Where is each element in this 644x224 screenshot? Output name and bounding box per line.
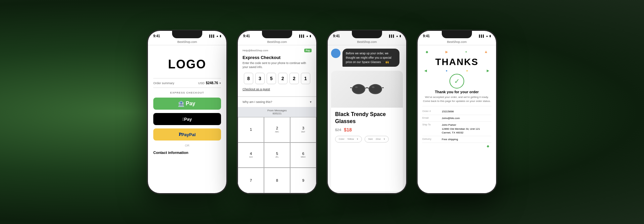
svg-point-3 xyxy=(370,86,381,93)
deco-triangle-1: ▶ xyxy=(445,50,448,54)
code-digit-3[interactable]: 5 xyxy=(267,73,276,84)
code-digit-6[interactable]: 1 xyxy=(301,73,310,84)
svg-point-6 xyxy=(355,87,358,88)
order-currency: USD xyxy=(198,81,205,85)
keyboard-area: From Messages 835221 1 2ABC 3DEF 4GHI 5J… xyxy=(238,107,316,193)
guest-link[interactable]: Checkout as a guest xyxy=(243,88,312,91)
ship-row: Ship To John Parker 12890 Old Meridian S… xyxy=(422,122,491,136)
deco-triangle-2: ▲ xyxy=(484,49,488,54)
size-label: Size xyxy=(368,138,373,140)
ship-label: Ship To xyxy=(422,123,438,134)
svg-point-1 xyxy=(353,86,364,93)
notch-3 xyxy=(352,31,382,38)
chevron-down-icon: ▾ xyxy=(219,81,221,85)
gpay-logo-small: Pay xyxy=(304,49,312,52)
keyboard-row-3: 7 8 9 xyxy=(238,168,316,193)
phone-4-thanks: 9:41 ▌▌▌ ▲ ▮ BestShop.com ◆ ▶ ● ▲ xyxy=(417,30,497,194)
code-digit-5[interactable]: 2 xyxy=(289,73,299,84)
why-label: Why am I seeing this? xyxy=(243,100,272,104)
from-messages: From Messages 835221 xyxy=(238,107,316,117)
phone-2-express: 9:41 ▌▌▌ ▲ ▮ BestShop.com Help@BestShop.… xyxy=(237,30,317,194)
deco-dot-2: ● xyxy=(466,69,468,72)
size-select[interactable]: Size 22oz ▾ xyxy=(365,136,389,143)
key-1[interactable]: 1 xyxy=(238,117,264,143)
key-4[interactable]: 4GHI xyxy=(238,143,264,168)
keyboard-row-2: 4GHI 5JKL 6MNO xyxy=(238,143,316,168)
express-checkout-label: EXPRESS CHECKOUT xyxy=(153,91,221,94)
chat-bubble: Before we wrap up your order, we thought… xyxy=(342,49,399,67)
deco-diamond-1: ◆ xyxy=(426,50,428,54)
battery-icon-4: ▮ xyxy=(489,35,491,38)
key-5[interactable]: 5JKL xyxy=(264,143,290,168)
key-6[interactable]: 6MNO xyxy=(290,143,316,168)
wifi-icon-2: ▲ xyxy=(306,35,309,38)
thank-you-text: We've accepted your order, and we're get… xyxy=(422,95,491,103)
options-row: Color Yellow ▾ Size 22oz ▾ xyxy=(335,136,399,143)
battery-icon-1: ▮ xyxy=(220,35,221,38)
status-icons-1: ▌▌▌ ▲ ▮ xyxy=(209,35,221,38)
price-row: $24 $18 xyxy=(335,127,399,132)
status-icons-2: ▌▌▌ ▲ ▮ xyxy=(299,35,311,38)
signal-icon-2: ▌▌▌ xyxy=(299,35,305,38)
product-info: Black Trendy Space Glasses $24 $18 Color… xyxy=(331,108,403,146)
applepay-button[interactable]:  Pay xyxy=(153,113,221,125)
thank-you-heading: Thank you for your order xyxy=(422,90,491,94)
order-amount: $248.76 xyxy=(206,81,218,85)
color-value: Yellow xyxy=(347,138,354,140)
applepay-label: Pay xyxy=(184,117,192,122)
color-select[interactable]: Color Yellow ▾ xyxy=(335,136,362,143)
battery-icon-2: ▮ xyxy=(310,35,311,38)
deco-triangle-4: ▶ xyxy=(487,69,489,72)
gpay-button[interactable]: 🏦 Pay xyxy=(153,98,221,110)
check-circle: ✓ xyxy=(449,74,464,89)
thanks-title: THANKS xyxy=(422,57,491,67)
signal-icon-3: ▌▌▌ xyxy=(389,35,395,38)
key-9[interactable]: 9 xyxy=(290,168,316,193)
delivery-value: Free shipping xyxy=(442,137,458,141)
order-details: Order # 15215898 Email John@Me.com Ship … xyxy=(422,106,491,143)
status-time-4: 9:41 xyxy=(423,34,430,38)
key-8[interactable]: 8 xyxy=(264,168,290,193)
express-title: Express Checkout xyxy=(243,55,312,60)
address-bar-3: BestShop.com xyxy=(328,40,406,45)
decorative-bottom: ◆ xyxy=(422,143,491,149)
product-image xyxy=(331,71,403,108)
why-seeing[interactable]: Why am I seeing this? ▾ xyxy=(238,97,316,107)
address-bar-4: BestShop.com xyxy=(418,40,496,45)
status-time-3: 9:41 xyxy=(333,34,340,38)
paypal-button[interactable]: 𝐏 PayPal xyxy=(153,128,221,141)
help-line: Help@BestShop.com Pay xyxy=(243,49,312,52)
order-summary-bar: Order summary USD $248.76 ▾ xyxy=(153,78,221,88)
new-price: $18 xyxy=(344,127,352,132)
notch-4 xyxy=(442,31,472,38)
status-icons-3: ▌▌▌ ▲ ▮ xyxy=(389,35,401,38)
key-7[interactable]: 7 xyxy=(238,168,264,193)
paypal-icon: 𝐏 xyxy=(179,132,181,137)
key-3[interactable]: 3DEF xyxy=(290,117,316,143)
email-value: John@Me.com xyxy=(442,116,460,120)
code-digit-2[interactable]: 3 xyxy=(255,73,265,84)
order-number-row: Order # 15215898 xyxy=(422,108,491,115)
help-email: Help@BestShop.com xyxy=(243,49,268,52)
product-card: Black Trendy Space Glasses $24 $18 Color… xyxy=(331,71,403,191)
color-label: Color xyxy=(339,138,344,140)
chevron-down-icon-3: ▾ xyxy=(357,138,358,141)
decorative-top: ◆ ▶ ● ▲ xyxy=(422,48,491,55)
status-icons-4: ▌▌▌ ▲ ▮ xyxy=(479,35,491,38)
code-digit-1[interactable]: 8 xyxy=(244,73,253,84)
signal-icon-4: ▌▌▌ xyxy=(479,35,485,38)
notch-2 xyxy=(262,31,292,38)
order-summary-label: Order summary xyxy=(153,81,174,85)
delivery-row: Delivery Free shipping xyxy=(422,136,491,143)
key-2[interactable]: 2ABC xyxy=(264,117,290,143)
paypal-label: PayPal xyxy=(181,132,196,137)
product-name: Black Trendy Space Glasses xyxy=(335,111,399,125)
deco-triangle-3: ◀ xyxy=(424,69,427,72)
ship-value: John Parker 12890 Old Meridian St, Unit … xyxy=(442,123,480,134)
phones-container: 9:41 ▌▌▌ ▲ ▮ BestShop.com LOGO Order sum… xyxy=(140,23,504,201)
deco-circle-1: ● xyxy=(446,69,447,72)
or-divider: OR xyxy=(153,144,221,147)
code-digit-4[interactable]: 2 xyxy=(278,73,287,84)
express-subtitle: Enter the code sent to your phone to con… xyxy=(243,61,312,69)
code-boxes: 8 3 5 2 2 1 xyxy=(243,73,312,84)
